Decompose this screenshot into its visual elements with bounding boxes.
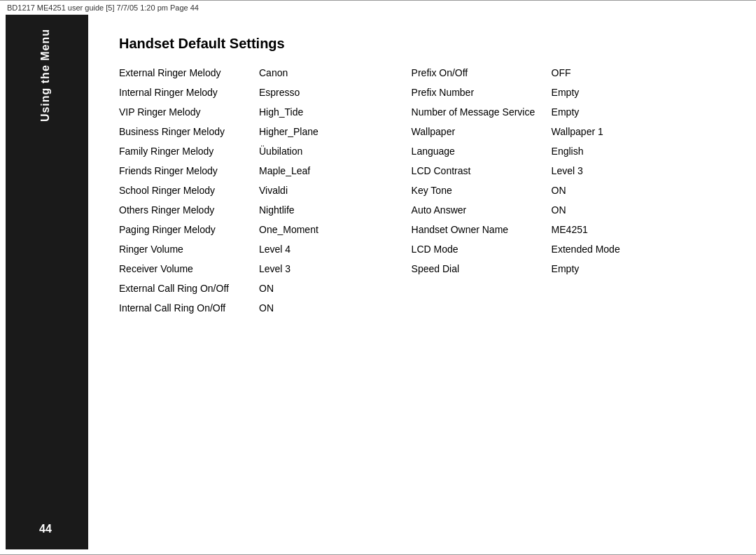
setting-label: Language [412,141,552,161]
sidebar-label: Using the Menu [39,29,52,122]
bottom-bar [0,549,756,555]
sidebar-page-number: 44 [39,523,52,535]
table-row: Paging Ringer MelodyOne_Moment [119,220,412,239]
setting-label: Auto Answer [412,200,552,220]
setting-label: Prefix Number [412,83,552,102]
table-row: Prefix NumberEmpty [412,83,728,102]
table-row: Internal Ringer MelodyEspresso [119,83,412,102]
top-bar-text: BD1217 ME4251 user guide [5] 7/7/05 1:20… [7,3,199,12]
setting-value: Empty [552,259,636,279]
main-content: Handset Default Settings External Ringer… [91,15,756,549]
table-row: External Ringer MelodyCanon [119,63,412,83]
setting-label: Speed Dial [412,259,552,279]
setting-label: Internal Ringer Melody [119,83,259,102]
table-row: Receiver VolumeLevel 3 [119,259,412,279]
setting-label: LCD Contrast [412,161,552,181]
table-row: Business Ringer MelodyHigher_Plane [119,122,412,141]
setting-label: Business Ringer Melody [119,122,259,141]
setting-value: Level 3 [552,161,636,181]
table-row: External Call Ring On/OffON [119,279,412,298]
sidebar-accent-left [0,15,6,549]
setting-value: Extended Mode [552,239,636,259]
settings-right-column: Prefix On/OffOFFPrefix NumberEmptyNumber… [412,63,728,318]
setting-value: Level 4 [259,239,343,259]
setting-label: LCD Mode [412,239,552,259]
setting-label: Receiver Volume [119,259,259,279]
setting-label: VIP Ringer Melody [119,102,259,122]
setting-value: English [552,141,636,161]
setting-value: Nightlife [259,200,343,220]
setting-label: Family Ringer Melody [119,141,259,161]
table-row: School Ringer MelodyVivaldi [119,181,412,200]
page-layout: Using the Menu 44 Handset Default Settin… [0,15,756,549]
setting-label: External Ringer Melody [119,63,259,83]
table-row: LCD ContrastLevel 3 [412,161,728,181]
table-row: LanguageEnglish [412,141,728,161]
setting-value: Canon [259,63,343,83]
setting-label: Internal Call Ring On/Off [119,298,259,318]
setting-value: ON [259,279,343,298]
setting-label: Prefix On/Off [412,63,552,83]
table-row: Auto AnswerON [412,200,728,220]
left-sidebar: Using the Menu 44 [0,15,91,549]
setting-label: Key Tone [412,181,552,200]
setting-label: Paging Ringer Melody [119,220,259,239]
setting-value: ME4251 [552,220,636,239]
setting-label: Ringer Volume [119,239,259,259]
setting-value: ON [552,200,636,220]
setting-label: Number of Message Service [412,102,552,122]
setting-label: Handset Owner Name [412,220,552,239]
table-row: Internal Call Ring On/OffON [119,298,412,318]
setting-value: Higher_Plane [259,122,343,141]
table-row: Key ToneON [412,181,728,200]
setting-value: Wallpaper 1 [552,122,636,141]
setting-label: Others Ringer Melody [119,200,259,220]
top-bar: BD1217 ME4251 user guide [5] 7/7/05 1:20… [0,0,756,15]
table-row: Prefix On/OffOFF [412,63,728,83]
setting-value: Üubilation [259,141,343,161]
setting-value: OFF [552,63,636,83]
setting-value: High_Tide [259,102,343,122]
setting-value: One_Moment [259,220,343,239]
table-row: Family Ringer MelodyÜubilation [119,141,412,161]
table-row: Others Ringer MelodyNightlife [119,200,412,220]
table-row: Ringer VolumeLevel 4 [119,239,412,259]
setting-label: Wallpaper [412,122,552,141]
setting-label: School Ringer Melody [119,181,259,200]
setting-value: ON [552,181,636,200]
setting-value: Espresso [259,83,343,102]
table-row: Number of Message ServiceEmpty [412,102,728,122]
setting-value: ON [259,298,343,318]
table-row: Handset Owner NameME4251 [412,220,728,239]
table-row: Speed DialEmpty [412,259,728,279]
settings-table: External Ringer MelodyCanonInternal Ring… [119,63,728,318]
setting-label: Friends Ringer Melody [119,161,259,181]
setting-value: Vivaldi [259,181,343,200]
table-row: Friends Ringer MelodyMaple_Leaf [119,161,412,181]
table-row: LCD ModeExtended Mode [412,239,728,259]
setting-value: Empty [552,102,636,122]
table-row: VIP Ringer MelodyHigh_Tide [119,102,412,122]
page-title: Handset Default Settings [119,36,728,52]
table-row: WallpaperWallpaper 1 [412,122,728,141]
sidebar-accent-right [88,15,91,549]
setting-label: External Call Ring On/Off [119,279,259,298]
setting-value: Empty [552,83,636,102]
setting-value: Level 3 [259,259,343,279]
settings-left-column: External Ringer MelodyCanonInternal Ring… [119,63,412,318]
setting-value: Maple_Leaf [259,161,343,181]
